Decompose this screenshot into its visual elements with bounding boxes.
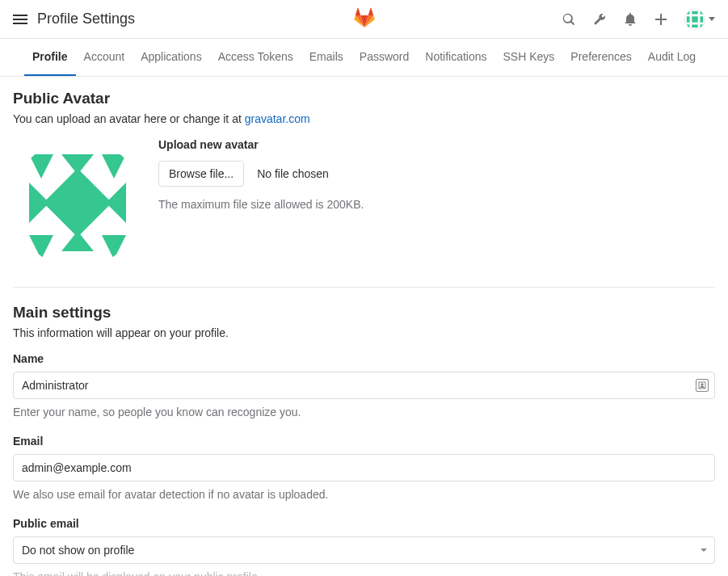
avatar-section-title: Public Avatar bbox=[13, 90, 715, 107]
public-email-select[interactable]: Do not show on profile bbox=[13, 536, 715, 564]
file-size-hint: The maximum file size allowed is 200KB. bbox=[158, 198, 364, 211]
main-settings-desc: This information will appear on your pro… bbox=[13, 326, 715, 339]
tab-emails[interactable]: Emails bbox=[301, 39, 351, 76]
svg-rect-6 bbox=[692, 16, 697, 22]
tab-ssh-keys[interactable]: SSH Keys bbox=[495, 39, 563, 76]
tab-profile[interactable]: Profile bbox=[24, 39, 76, 76]
email-input[interactable] bbox=[13, 454, 715, 481]
svg-rect-5 bbox=[700, 16, 703, 22]
gitlab-logo[interactable] bbox=[353, 7, 376, 31]
chevron-down-icon bbox=[709, 17, 715, 21]
email-label: Email bbox=[13, 435, 715, 448]
upload-avatar-title: Upload new avatar bbox=[158, 138, 364, 151]
avatar-section: Public Avatar You can upload an avatar h… bbox=[13, 90, 715, 267]
file-chosen-status: No file chosen bbox=[257, 167, 329, 180]
page-title: Profile Settings bbox=[37, 11, 135, 27]
wrench-icon[interactable] bbox=[592, 12, 607, 27]
name-input[interactable] bbox=[13, 372, 715, 399]
svg-rect-8 bbox=[700, 24, 703, 27]
browse-file-button[interactable]: Browse file... bbox=[158, 161, 244, 187]
hamburger-menu-icon[interactable] bbox=[13, 12, 27, 27]
email-hint: We also use email for avatar detection i… bbox=[13, 488, 715, 501]
svg-rect-1 bbox=[687, 11, 690, 14]
tab-notifications[interactable]: Notifications bbox=[417, 39, 494, 76]
name-hint: Enter your name, so people you know can … bbox=[13, 406, 715, 418]
avatar-desc-text: You can upload an avatar here or change … bbox=[13, 112, 245, 125]
svg-rect-9 bbox=[692, 24, 697, 27]
main-settings-title: Main settings bbox=[13, 304, 715, 322]
plus-icon[interactable] bbox=[654, 12, 668, 27]
avatar-image bbox=[13, 138, 142, 267]
tab-audit-log[interactable]: Audit Log bbox=[640, 39, 704, 76]
svg-rect-3 bbox=[692, 11, 697, 14]
svg-rect-7 bbox=[687, 24, 690, 27]
svg-rect-2 bbox=[700, 11, 703, 14]
user-avatar-small bbox=[684, 9, 705, 30]
tab-password[interactable]: Password bbox=[351, 39, 417, 76]
user-menu[interactable] bbox=[684, 9, 715, 30]
contact-card-icon[interactable] bbox=[696, 379, 709, 392]
top-bar: Profile Settings bbox=[0, 0, 728, 39]
avatar-section-desc: You can upload an avatar here or change … bbox=[13, 112, 715, 125]
bell-icon[interactable] bbox=[623, 12, 638, 27]
gravatar-link[interactable]: gravatar.com bbox=[245, 112, 310, 125]
svg-point-21 bbox=[701, 384, 703, 385]
name-label: Name bbox=[13, 352, 715, 365]
svg-rect-4 bbox=[687, 16, 690, 22]
main-settings-section: Main settings This information will appe… bbox=[13, 304, 715, 576]
profile-tabs: ProfileAccountApplicationsAccess TokensE… bbox=[0, 39, 728, 77]
section-divider bbox=[13, 287, 715, 288]
tab-applications[interactable]: Applications bbox=[133, 39, 210, 76]
tab-access-tokens[interactable]: Access Tokens bbox=[210, 39, 301, 76]
tab-preferences[interactable]: Preferences bbox=[562, 39, 639, 76]
tab-account[interactable]: Account bbox=[76, 39, 133, 76]
search-icon[interactable] bbox=[562, 12, 576, 27]
public-email-label: Public email bbox=[13, 517, 715, 530]
public-email-hint: This email will be displayed on your pub… bbox=[13, 570, 715, 576]
